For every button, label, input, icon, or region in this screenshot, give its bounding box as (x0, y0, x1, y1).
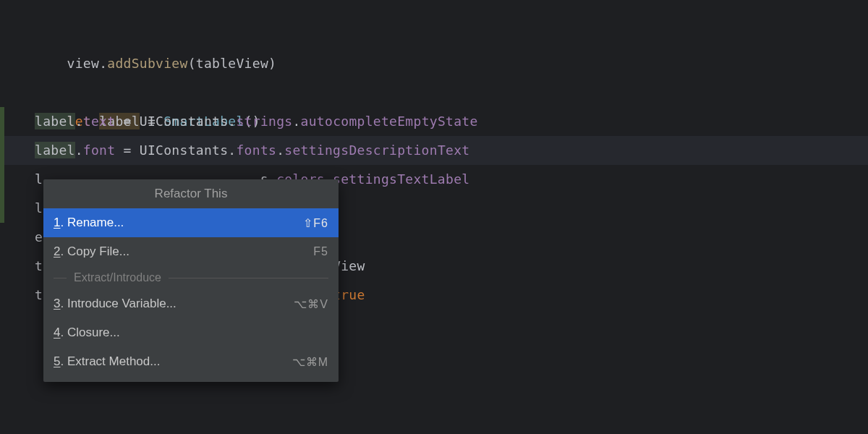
code-line[interactable]: view.addSubview(tableView) (0, 20, 868, 49)
dot: . (75, 142, 83, 158)
popup-title: Refactor This (43, 179, 339, 208)
gutter-change-marker (0, 194, 4, 223)
popup-item-label: 1. Rename... (54, 216, 124, 230)
gutter-change-marker (0, 107, 4, 136)
identifier-partial: t (35, 287, 43, 302)
property: settingsDescriptionText (284, 142, 469, 158)
identifier-partial: l (35, 171, 43, 187)
assign: = (115, 142, 139, 158)
property: text (83, 114, 116, 129)
popup-item-shortcut: ⇧F6 (303, 216, 328, 230)
popup-item-shortcut: F5 (313, 245, 328, 258)
assign: = (115, 114, 139, 129)
popup-item-label: 3. Introduce Variable... (54, 297, 176, 311)
popup-item-copy-file[interactable]: 2. Copy File... F5 (43, 237, 339, 266)
popup-item-label: 4. Closure... (54, 326, 120, 340)
reference-highlight: label (35, 113, 75, 129)
property: settingsTextLabel (333, 171, 469, 187)
code-line[interactable]: let label = SmartLabel() (0, 78, 868, 107)
reference-highlight: label (35, 142, 75, 158)
code-line[interactable]: label.text = UIConstants.strings.autocom… (0, 107, 868, 136)
popup-item-rename[interactable]: 1. Rename... ⇧F6 (43, 208, 339, 237)
dot: . (75, 114, 83, 129)
gutter-change-marker (0, 136, 4, 165)
code-line-current[interactable]: label.font = UIConstants.fonts.settingsD… (0, 136, 868, 165)
popup-item-shortcut: ⌥⌘V (294, 297, 328, 311)
popup-item-closure[interactable]: 4. Closure... (43, 318, 339, 347)
popup-section-label: Extract/Introduce (74, 271, 161, 284)
dot: . (292, 114, 300, 129)
property: autocompleteEmptyState (301, 114, 478, 129)
popup-item-shortcut: ⌥⌘M (292, 355, 328, 369)
code-line-blank[interactable] (0, 49, 868, 78)
popup-item-label: 2. Copy File... (54, 244, 129, 259)
popup-item-introduce-variable[interactable]: 3. Introduce Variable... ⌥⌘V (43, 289, 339, 318)
dot: . (228, 142, 236, 158)
type-ref: UIConstants (140, 142, 229, 158)
property: font (83, 142, 116, 158)
dot: . (276, 142, 284, 158)
identifier-partial: t (35, 258, 43, 273)
gutter-change-marker (0, 165, 4, 194)
property: fonts (236, 142, 276, 158)
identifier-partial: e (35, 229, 43, 244)
popup-section-separator: Extract/Introduce (43, 266, 339, 289)
dot: . (228, 114, 236, 129)
type-ref: UIConstants (140, 114, 229, 129)
identifier-partial: l (35, 200, 43, 216)
property: strings (236, 114, 292, 129)
popup-item-label: 5. Extract Method... (54, 354, 160, 369)
refactor-popup: Refactor This 1. Rename... ⇧F6 2. Copy F… (43, 179, 339, 382)
popup-item-extract-method[interactable]: 5. Extract Method... ⌥⌘M (43, 347, 339, 376)
